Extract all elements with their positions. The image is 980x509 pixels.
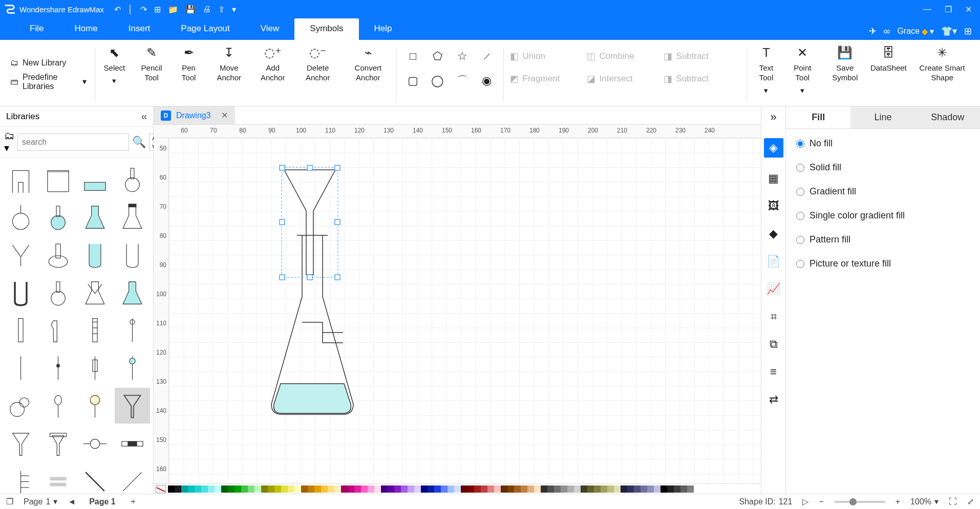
- color-swatch[interactable]: [241, 485, 248, 493]
- color-swatch[interactable]: [494, 485, 501, 493]
- color-swatch[interactable]: [694, 485, 700, 493]
- color-swatch[interactable]: [501, 485, 507, 493]
- library-shape-item[interactable]: [78, 161, 113, 196]
- document-tab[interactable]: D Drawing3 ✕: [154, 106, 235, 124]
- move-anchor-tool[interactable]: ↧Move Anchor: [206, 43, 252, 106]
- color-swatch[interactable]: [175, 485, 181, 493]
- color-swatch[interactable]: [301, 485, 308, 493]
- library-shape-item[interactable]: [115, 274, 150, 310]
- library-shape-item[interactable]: [40, 274, 76, 310]
- fullscreen-icon[interactable]: ⤢: [967, 497, 974, 506]
- library-shape-item[interactable]: [3, 463, 38, 494]
- color-swatch[interactable]: [261, 485, 268, 493]
- color-swatch[interactable]: [248, 485, 254, 493]
- color-swatch[interactable]: [474, 485, 481, 493]
- menu-home[interactable]: Home: [59, 18, 113, 40]
- library-shape-item[interactable]: [3, 426, 38, 461]
- color-swatch[interactable]: [334, 485, 341, 493]
- color-swatch[interactable]: [381, 485, 388, 493]
- color-swatch[interactable]: [288, 485, 294, 493]
- library-shape-item[interactable]: [115, 236, 150, 272]
- color-swatch[interactable]: [554, 485, 561, 493]
- menu-file[interactable]: File: [14, 18, 59, 40]
- fill-option[interactable]: Picture or texture fill: [796, 258, 970, 269]
- color-swatch[interactable]: [201, 485, 208, 493]
- library-shape-item[interactable]: [40, 312, 76, 348]
- fill-option[interactable]: Solid fill: [796, 162, 970, 173]
- group-icon[interactable]: ⧉: [770, 338, 778, 351]
- color-swatch[interactable]: [221, 485, 228, 493]
- open-icon[interactable]: 📁: [168, 5, 178, 14]
- shape-star[interactable]: ☆: [452, 46, 473, 67]
- color-swatch[interactable]: [374, 485, 381, 493]
- bool-fragment[interactable]: ◩Fragment: [510, 68, 587, 90]
- image-icon[interactable]: 🖼: [768, 200, 779, 213]
- shape-funnel-selected[interactable]: ↻: [276, 160, 343, 287]
- color-swatch[interactable]: [467, 485, 474, 493]
- bool-combine[interactable]: ◫Combine: [587, 45, 664, 68]
- color-swatch[interactable]: [308, 485, 314, 493]
- color-swatch[interactable]: [567, 485, 574, 493]
- color-swatch[interactable]: [354, 485, 361, 493]
- library-shape-item[interactable]: [115, 312, 150, 348]
- menu-insert[interactable]: Insert: [113, 18, 166, 40]
- color-swatch[interactable]: [627, 485, 634, 493]
- print-icon[interactable]: 🖨: [203, 5, 211, 14]
- library-shape-item[interactable]: [40, 426, 76, 461]
- new-library-button[interactable]: 🗂New Library: [10, 58, 87, 68]
- color-swatch[interactable]: [215, 485, 221, 493]
- color-swatch[interactable]: [361, 485, 368, 493]
- shape-arc[interactable]: ⌒: [452, 71, 473, 91]
- color-swatch[interactable]: [521, 485, 527, 493]
- color-swatch[interactable]: [507, 485, 514, 493]
- shape-circle[interactable]: ◯: [428, 71, 448, 91]
- color-swatch[interactable]: [314, 485, 321, 493]
- color-swatch[interactable]: [641, 485, 647, 493]
- library-search-input[interactable]: [17, 134, 129, 151]
- convert-anchor-tool[interactable]: ⌁Convert Anchor: [342, 43, 394, 106]
- color-swatch[interactable]: [228, 485, 235, 493]
- color-swatch[interactable]: [408, 485, 414, 493]
- library-shape-item[interactable]: [40, 198, 76, 234]
- align-icon[interactable]: ≡: [770, 365, 777, 379]
- color-swatch[interactable]: [341, 485, 348, 493]
- close-button[interactable]: ✕: [965, 5, 972, 14]
- pen-tool[interactable]: ✒Pen Tool: [172, 43, 206, 106]
- library-shape-item[interactable]: [40, 463, 76, 494]
- user-account[interactable]: Grace ◆ ▾: [897, 27, 934, 36]
- library-shape-item[interactable]: [115, 388, 150, 424]
- color-swatch[interactable]: [454, 485, 461, 493]
- color-swatch[interactable]: [434, 485, 441, 493]
- color-swatch[interactable]: [667, 485, 674, 493]
- fill-option[interactable]: Single color gradient fill: [796, 210, 970, 221]
- color-swatch[interactable]: [514, 485, 521, 493]
- shape-pentagon[interactable]: ⬠: [428, 46, 448, 67]
- color-swatch[interactable]: [687, 485, 694, 493]
- fit-page-icon[interactable]: ⛶: [949, 497, 957, 506]
- bool-union[interactable]: ◧Union: [510, 45, 587, 68]
- send-icon[interactable]: ✈: [869, 26, 877, 37]
- library-shape-item[interactable]: [78, 274, 113, 310]
- color-swatch[interactable]: [281, 485, 288, 493]
- color-swatch[interactable]: [574, 485, 581, 493]
- library-shape-item[interactable]: [78, 198, 113, 234]
- fill-option[interactable]: Pattern fill: [796, 234, 970, 245]
- library-shape-item[interactable]: [3, 312, 38, 348]
- color-swatch[interactable]: [634, 485, 641, 493]
- color-swatch[interactable]: [561, 485, 567, 493]
- color-swatch[interactable]: [581, 485, 587, 493]
- color-swatch[interactable]: [188, 485, 195, 493]
- bool-subtract[interactable]: ◨Subtract: [664, 45, 740, 68]
- color-swatch[interactable]: [235, 485, 241, 493]
- search-icon[interactable]: 🔍: [132, 136, 146, 149]
- color-swatch[interactable]: [601, 485, 607, 493]
- library-shape-item[interactable]: [115, 426, 150, 461]
- fill-radio[interactable]: [796, 236, 804, 244]
- shape-rectangle[interactable]: □: [403, 46, 423, 67]
- color-swatch[interactable]: [348, 485, 354, 493]
- prev-page-icon[interactable]: ◄: [68, 497, 76, 506]
- library-shape-item[interactable]: [40, 388, 76, 424]
- color-swatch[interactable]: [448, 485, 454, 493]
- color-swatch[interactable]: [441, 485, 448, 493]
- fill-option[interactable]: No fill: [796, 138, 970, 149]
